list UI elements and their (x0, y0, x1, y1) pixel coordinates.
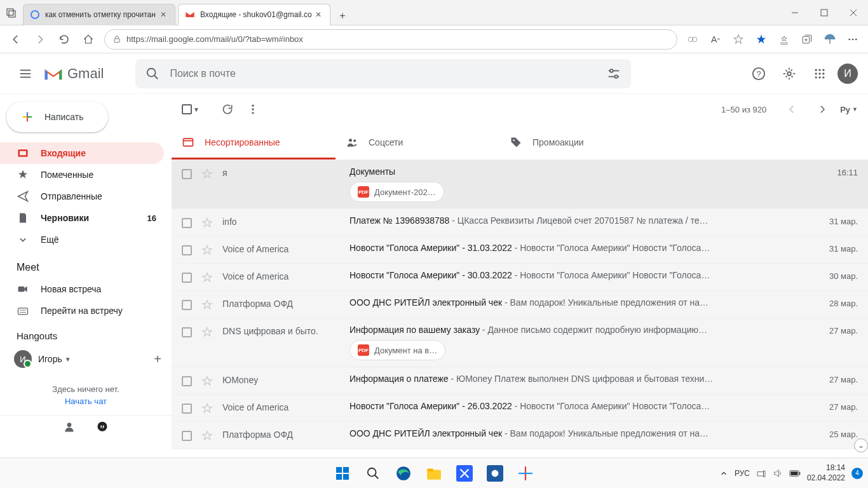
chevron-down-icon[interactable]: ▼ (65, 356, 71, 363)
prev-page-button[interactable] (779, 97, 804, 122)
datetime[interactable]: 18:14 02.04.2022 (807, 463, 845, 483)
email-row[interactable]: infoПлатеж № 13968938788 - ЦКасса Реквиз… (172, 209, 868, 236)
star-icon[interactable] (201, 217, 214, 229)
tab-social[interactable]: Соцсети (336, 125, 499, 159)
home-button[interactable] (76, 27, 100, 51)
account-avatar[interactable]: И (837, 64, 858, 84)
email-row[interactable]: Voice of AmericaНовости "Голоса Америки"… (172, 264, 868, 291)
star-icon[interactable] (727, 28, 750, 51)
more-icon[interactable] (841, 28, 864, 51)
select-all[interactable]: ▼ (182, 104, 200, 114)
close-icon[interactable]: ✕ (313, 10, 323, 19)
sidebar-item-more[interactable]: Ещё (0, 229, 164, 250)
svg-rect-47 (18, 308, 28, 315)
maximize-button[interactable] (810, 0, 839, 25)
search-taskbar-icon[interactable] (360, 461, 386, 486)
forward-button[interactable] (28, 27, 52, 51)
tab-actions-button[interactable] (0, 1, 23, 24)
notification-badge[interactable]: 4 (851, 468, 863, 479)
checkbox[interactable] (182, 169, 192, 179)
back-button[interactable] (4, 27, 28, 51)
new-tab-button[interactable]: + (333, 6, 352, 25)
refresh-button[interactable] (52, 27, 76, 51)
email-row[interactable]: Платформа ОФДООО ДНС РИТЕЙЛ электронный … (172, 422, 868, 449)
email-row[interactable]: яДокументыPDFДокумент-202…16:11 (172, 160, 868, 209)
network-icon[interactable] (756, 468, 766, 478)
address-bar[interactable]: https://mail.google.com/mail/u/0/?tab=wm… (104, 29, 677, 50)
compose-button[interactable]: Написать (6, 102, 108, 132)
tab-promo[interactable]: Промоакции (499, 125, 663, 159)
meet-new[interactable]: Новая встреча (0, 278, 164, 300)
star-icon[interactable] (201, 402, 214, 415)
checkbox[interactable] (182, 300, 192, 310)
close-window-button[interactable] (839, 0, 868, 25)
date: 27 мар. (829, 375, 858, 384)
checkbox[interactable] (182, 327, 192, 337)
checkbox[interactable] (182, 273, 192, 283)
person-icon[interactable] (63, 421, 76, 433)
search-bar[interactable] (135, 59, 631, 88)
more-button[interactable] (240, 97, 266, 122)
attachment-chip[interactable]: PDFДокумент на в… (349, 340, 445, 360)
app-icon-1[interactable] (452, 461, 477, 486)
settings-icon[interactable] (776, 61, 802, 86)
checkbox[interactable] (182, 403, 192, 414)
start-chat-link[interactable]: Начать чат (10, 396, 161, 406)
start-button[interactable] (330, 461, 355, 486)
sidebar-item-inbox[interactable]: Входящие (0, 142, 164, 164)
collections-icon[interactable] (796, 28, 818, 51)
tray-chevron-icon[interactable] (719, 469, 728, 478)
sidebar-item-drafts[interactable]: Черновики 16 (0, 207, 164, 229)
help-icon[interactable]: ? (746, 61, 771, 86)
star-icon[interactable] (201, 326, 214, 339)
edge-icon[interactable] (391, 461, 416, 486)
menu-button[interactable] (10, 58, 41, 89)
close-icon[interactable]: ✕ (158, 10, 168, 19)
browser-tab-0[interactable]: как отменить отметку прочитан ✕ (23, 4, 175, 25)
star-icon[interactable] (201, 375, 214, 388)
app-icon-2[interactable] (482, 461, 508, 486)
hangouts-icon[interactable] (96, 421, 109, 433)
next-page-button[interactable] (810, 97, 835, 122)
checkbox[interactable] (182, 218, 192, 228)
language-indicator[interactable]: РУС (735, 469, 750, 478)
star-icon[interactable] (201, 271, 214, 284)
hangouts-user[interactable]: И Игорь ▼ + (0, 346, 172, 372)
search-input[interactable] (170, 68, 607, 79)
email-row[interactable]: Voice of AmericaНовости "Голоса Америки"… (172, 395, 868, 422)
tune-icon[interactable] (607, 67, 621, 81)
volume-icon[interactable] (773, 468, 783, 478)
checkbox[interactable] (182, 431, 192, 441)
email-row[interactable]: DNS цифровая и быто.Информация по вашему… (172, 318, 868, 367)
favorite-icon[interactable] (750, 28, 773, 51)
link-icon[interactable] (681, 28, 704, 51)
apps-icon[interactable] (807, 61, 832, 86)
umbrella-icon[interactable] (818, 28, 841, 51)
checkbox[interactable] (182, 245, 192, 255)
explorer-icon[interactable] (421, 461, 447, 486)
scroll-affordance[interactable]: ⌄ (854, 438, 868, 452)
attachment-chip[interactable]: PDFДокумент-202… (349, 182, 444, 202)
snip-icon[interactable] (513, 461, 538, 486)
favorites-list-icon[interactable] (773, 28, 796, 51)
checkbox[interactable] (182, 376, 192, 386)
star-icon[interactable] (201, 244, 214, 257)
battery-icon[interactable] (789, 470, 801, 477)
sidebar-item-starred[interactable]: Помеченные (0, 164, 164, 186)
gmail-logo[interactable]: Gmail (43, 65, 104, 82)
email-row[interactable]: Voice of AmericaНовости "Голоса Америки"… (172, 236, 868, 264)
meet-join[interactable]: Перейти на встречу (0, 300, 164, 322)
email-row[interactable]: ЮMoneyИнформация о платеже - ЮMoney Плат… (172, 367, 868, 395)
refresh-button[interactable] (215, 97, 240, 122)
star-icon[interactable] (201, 430, 214, 442)
email-row[interactable]: Платформа ОФДООО ДНС РИТЕЙЛ электронный … (172, 291, 868, 318)
minimize-button[interactable] (780, 0, 810, 25)
sidebar-item-sent[interactable]: Отправленные (0, 186, 164, 207)
browser-tab-1[interactable]: Входящие - shukov01@gmail.co ✕ (178, 4, 330, 25)
tab-primary[interactable]: Несортированные (172, 125, 336, 159)
star-icon[interactable] (201, 299, 214, 311)
input-lang[interactable]: Ру▼ (840, 105, 858, 114)
star-icon[interactable] (201, 168, 214, 180)
read-aloud-icon[interactable]: A» (704, 28, 727, 51)
hangouts-add[interactable]: + (154, 352, 161, 367)
